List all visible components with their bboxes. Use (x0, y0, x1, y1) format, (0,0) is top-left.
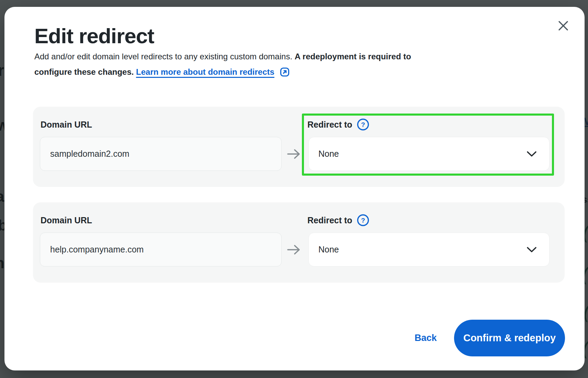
domain-url-input[interactable]: help.companyname.com (40, 233, 282, 267)
chevron-down-icon (527, 151, 537, 157)
arrow-right-icon (286, 244, 302, 256)
svg-text:?: ? (361, 217, 365, 224)
redirect-to-select[interactable]: None (308, 233, 550, 267)
domain-url-value: sampledomain2.com (50, 149, 129, 159)
domain-url-value: help.companyname.com (50, 245, 144, 255)
redirect-to-label: Redirect to (307, 119, 352, 130)
learn-more-link[interactable]: Learn more about domain redirects (136, 67, 290, 77)
domain-url-label: Domain URL (41, 215, 92, 226)
svg-text:?: ? (361, 121, 365, 128)
dialog-description: Add and/or edit domain level redirects t… (34, 49, 411, 80)
edit-redirect-dialog: Edit redirect Add and/or edit domain lev… (4, 7, 585, 370)
redirect-row: Domain URL sampledomain2.com Redirect to… (33, 107, 565, 187)
external-link-icon (280, 67, 290, 77)
back-button[interactable]: Back (415, 332, 437, 344)
domain-url-label: Domain URL (41, 119, 92, 130)
domain-url-input[interactable]: sampledomain2.com (40, 137, 282, 171)
help-question-icon[interactable]: ? (357, 214, 370, 227)
arrow-right-icon (286, 148, 302, 160)
description-text: Add and/or edit domain level redirects t… (34, 52, 295, 61)
chevron-down-icon (527, 247, 537, 253)
page-title: Edit redirect (34, 23, 154, 49)
redirect-to-selected-value: None (318, 245, 527, 255)
redirect-to-label: Redirect to (307, 215, 352, 226)
description-bold-text: configure these changes. (34, 67, 136, 77)
help-question-icon[interactable]: ? (357, 118, 370, 131)
redirect-to-select[interactable]: None (308, 137, 550, 171)
redirect-row: Domain URL help.companyname.com Redirect… (33, 202, 565, 283)
redirect-to-selected-value: None (318, 149, 527, 159)
confirm-redeploy-button[interactable]: Confirm & redeploy (454, 320, 565, 356)
close-icon[interactable] (555, 17, 572, 34)
description-bold-text: A redeployment is required to (295, 52, 411, 61)
